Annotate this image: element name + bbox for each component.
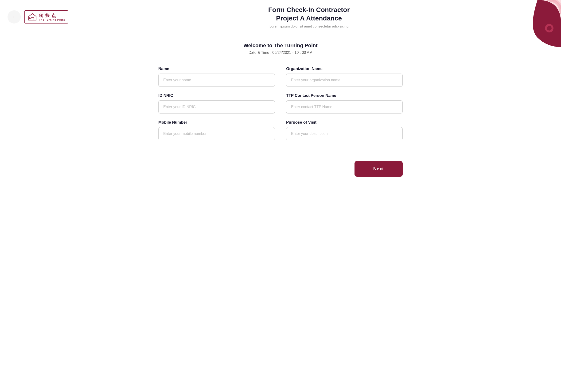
button-row: Next bbox=[140, 156, 421, 186]
organization-group: Organization Name bbox=[286, 66, 403, 87]
svg-text:tp: tp bbox=[29, 16, 32, 19]
name-label: Name bbox=[158, 66, 275, 71]
form-row-2: ID NRIC TTP Contact Person Name bbox=[158, 93, 403, 113]
ttp-contact-group: TTP Contact Person Name bbox=[286, 93, 403, 113]
id-nric-label: ID NRIC bbox=[158, 93, 275, 98]
purpose-group: Purpose of Visit bbox=[286, 120, 403, 140]
mobile-input[interactable] bbox=[158, 127, 275, 140]
mobile-label: Mobile Number bbox=[158, 120, 275, 125]
form-row-1: Name Organization Name bbox=[158, 66, 403, 87]
id-nric-group: ID NRIC bbox=[158, 93, 275, 113]
welcome-datetime: Date & Time : 06/24/2021 - 10 : 00 AM bbox=[0, 51, 561, 55]
page-title: Form Check-In Contractor Project A Atten… bbox=[68, 6, 550, 23]
mobile-group: Mobile Number bbox=[158, 120, 275, 140]
logo-area: tp 转 捩 点 The Turning Point bbox=[24, 10, 68, 23]
ttp-contact-input[interactable] bbox=[286, 100, 403, 113]
back-icon: ← bbox=[11, 14, 17, 20]
header-title-area: Form Check-In Contractor Project A Atten… bbox=[68, 6, 550, 28]
svg-rect-3 bbox=[31, 17, 34, 20]
name-group: Name bbox=[158, 66, 275, 87]
datetime-label: Date & Time : bbox=[248, 51, 271, 54]
name-input[interactable] bbox=[158, 74, 275, 87]
logo-english: The Turning Point bbox=[39, 18, 65, 21]
page-header: ← tp 转 捩 点 The Turning Point Form Check-… bbox=[0, 0, 561, 33]
purpose-input[interactable] bbox=[286, 127, 403, 140]
house-icon: tp bbox=[28, 13, 37, 21]
back-button[interactable]: ← bbox=[8, 10, 21, 23]
form-container: Name Organization Name ID NRIC TTP Conta… bbox=[140, 62, 421, 156]
ttp-contact-label: TTP Contact Person Name bbox=[286, 93, 403, 98]
datetime-value: 06/24/2021 - 10 : 00 AM bbox=[272, 51, 313, 54]
welcome-title: Welcome to The Turning Point bbox=[0, 43, 561, 49]
logo-chinese: 转 捩 点 bbox=[39, 13, 65, 18]
organization-label: Organization Name bbox=[286, 66, 403, 71]
page-subtitle: Lorem ipsum dolor sit amet consectetur a… bbox=[68, 24, 550, 28]
organization-input[interactable] bbox=[286, 74, 403, 87]
logo-box: tp 转 捩 点 The Turning Point bbox=[24, 10, 68, 23]
welcome-section: Welcome to The Turning Point Date & Time… bbox=[0, 33, 561, 62]
form-row-3: Mobile Number Purpose of Visit bbox=[158, 120, 403, 140]
next-button[interactable]: Next bbox=[355, 161, 403, 177]
purpose-label: Purpose of Visit bbox=[286, 120, 403, 125]
id-nric-input[interactable] bbox=[158, 100, 275, 113]
